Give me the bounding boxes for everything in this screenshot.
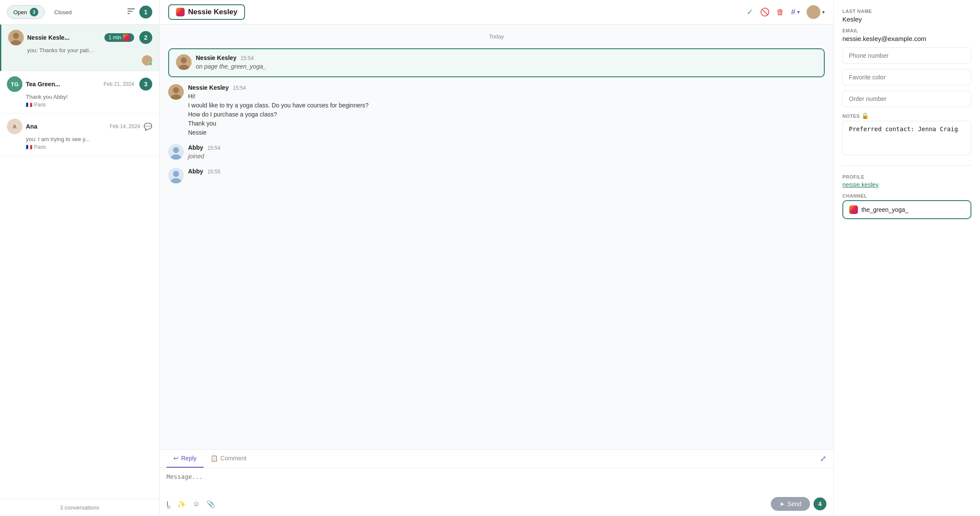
msg-sender-nessie-2: Nessie Kesley — [188, 84, 229, 91]
notes-field: NOTES 🔒 Preferred contact: Jenna Craig — [842, 112, 971, 157]
step-badge-4: 4 — [814, 497, 826, 510]
conv-time-ana: Feb 14, 2024 — [110, 123, 140, 129]
conv-time-tea: Feb 21, 2024 — [104, 81, 134, 87]
svg-point-16 — [173, 171, 179, 177]
date-divider: Today — [168, 31, 825, 41]
color-field-wrap — [842, 69, 971, 85]
step-badge-3: 3 — [139, 78, 152, 91]
channel-field: CHANNEL the_green_yoga_ — [842, 193, 971, 219]
msg-content-abby-1: Abby 15:54 joined — [188, 144, 825, 161]
svg-point-4 — [13, 33, 19, 39]
sort-icon[interactable] — [126, 6, 136, 18]
msg-subtext: on page the_green_yoga_ — [196, 62, 817, 71]
instagram-icon-channel — [849, 205, 858, 214]
msg-avatar-nessie-2 — [168, 84, 184, 100]
channel-name: the_green_yoga_ — [861, 206, 908, 213]
order-field-wrap — [842, 91, 971, 107]
email-field: EMAIL nessie.kesley@example.com — [842, 28, 971, 42]
online-indicator — [149, 62, 152, 66]
msg-content-abby-2: Abby 15:55 — [188, 168, 825, 175]
phone-input[interactable] — [842, 47, 971, 64]
msg-time-abby-2: 15:55 — [207, 169, 220, 175]
conv-location-tea: 🇫🇷 Paris — [7, 102, 152, 108]
msg-row-highlighted: Nessie Kesley 15:54 on page the_green_yo… — [176, 54, 817, 71]
profile-link[interactable]: nessie.kesley — [842, 181, 879, 188]
conversation-list: Nessie Kesle... 1 min 2 you: Thanks for … — [0, 25, 159, 499]
agent-avatar-header-wrap[interactable]: ▾ — [807, 5, 825, 19]
chat-body: Today Nessie Kesley 15:54 on page the_gr… — [160, 25, 833, 449]
magic-icon[interactable]: ✨ — [177, 500, 186, 508]
chat-title: Nessie Kesley — [188, 8, 237, 16]
msg-body-joined: joined — [188, 152, 825, 161]
msg-avatar-abby-1 — [168, 144, 184, 160]
tab-comment[interactable]: 📋 Comment — [204, 450, 254, 468]
reply-input-area — [160, 468, 833, 494]
msg-avatar-abby-2 — [168, 168, 184, 183]
conversation-item-nessie[interactable]: Nessie Kesle... 1 min 2 you: Thanks for … — [0, 25, 159, 71]
tab-open-label: Open — [13, 9, 27, 16]
msg-body-nessie: Hi! I would like to try a yoga class. Do… — [188, 92, 825, 137]
msg-row-abby-joined: Abby 15:54 joined — [168, 144, 825, 161]
msg-time-abby-1: 15:54 — [207, 145, 220, 151]
conv-badge-row: 1 min — [104, 33, 134, 42]
reply-tabs: ↩ Reply 📋 Comment ⤢ — [160, 450, 833, 468]
conv-preview-tea: Thank you Abby! — [7, 94, 152, 100]
conv-name-tea: Tea Green... — [26, 81, 100, 88]
msg-sender-nessie-1: Nessie Kesley — [196, 54, 236, 61]
last-name-value: Kesley — [842, 16, 971, 23]
msg-row-abby-2: Abby 15:55 — [168, 168, 825, 183]
color-input[interactable] — [842, 69, 971, 85]
last-name-label: LAST NAME — [842, 9, 971, 14]
resolve-button[interactable]: ✓ — [747, 7, 753, 17]
msg-avatar-nessie-1 — [176, 54, 192, 70]
open-count-badge: 3 — [30, 8, 38, 16]
sidebar: Open 3 Closed 1 Nessie Kesle... 1 min — [0, 0, 160, 516]
comment-icon: 💬 — [144, 123, 152, 131]
tab-closed[interactable]: Closed — [48, 7, 78, 18]
msg-content-nessie-2: Nessie Kesley 15:54 Hi! I would like to … — [188, 84, 825, 137]
conv-preview-nessie: you: Thanks for your pati... — [8, 47, 152, 53]
format-icon[interactable]: L̲ — [166, 500, 170, 508]
conv-location-ana: 🇫🇷 Paris — [7, 144, 152, 150]
sidebar-footer: 3 conversations — [0, 499, 159, 516]
block-button[interactable]: 🚫 — [760, 7, 770, 17]
emoji-icon[interactable]: ☺ — [193, 500, 200, 508]
attach-icon[interactable]: 📎 — [207, 500, 215, 508]
notes-textarea[interactable]: Preferred contact: Jenna Craig — [842, 121, 971, 155]
conversation-item-ana[interactable]: A Ana Feb 14, 2024 💬 you: I am trying to… — [0, 113, 159, 156]
avatar-nessie — [8, 30, 24, 45]
avatar-ana: A — [7, 119, 22, 134]
expand-button[interactable]: ⤢ — [820, 454, 826, 463]
avatar-tea: TG — [7, 76, 22, 92]
profile-label: PROFILE — [842, 174, 971, 179]
send-button[interactable]: ➤ Send — [771, 497, 810, 511]
header-actions: ✓ 🚫 🗑 # ▾ ▾ — [747, 5, 825, 19]
msg-sender-abby-1: Abby — [188, 144, 203, 151]
conv-preview-ana: you: I am trying to see y... — [7, 136, 152, 142]
delete-button[interactable]: 🗑 — [776, 8, 784, 17]
step-badge-2: 2 — [139, 31, 152, 44]
right-panel: LAST NAME Kesley EMAIL nessie.kesley@exa… — [833, 0, 980, 516]
divider — [842, 165, 971, 166]
profile-field: PROFILE nessie.kesley — [842, 174, 971, 188]
chat-header: Nessie Kesley ✓ 🚫 🗑 # ▾ ▾ — [160, 0, 833, 25]
svg-point-10 — [173, 87, 179, 93]
channel-box: the_green_yoga_ — [842, 200, 971, 219]
tab-reply[interactable]: ↩ Reply — [166, 450, 204, 468]
order-input[interactable] — [842, 91, 971, 107]
svg-point-7 — [181, 57, 187, 63]
lock-icon: 🔒 — [861, 112, 869, 119]
instagram-icon-small — [123, 34, 130, 41]
msg-content-highlighted: Nessie Kesley 15:54 on page the_green_yo… — [196, 54, 817, 71]
tag-button[interactable]: # ▾ — [791, 8, 800, 17]
instagram-icon-header — [176, 8, 185, 16]
sidebar-header: Open 3 Closed 1 — [0, 0, 159, 25]
tab-open[interactable]: Open 3 — [7, 5, 45, 19]
main-chat: Nessie Kesley ✓ 🚫 🗑 # ▾ ▾ Today — [160, 0, 833, 516]
agent-avatar-nessie — [142, 55, 152, 66]
conversation-item-tea[interactable]: TG Tea Green... Feb 21, 2024 3 Thank you… — [0, 71, 159, 113]
last-name-field: LAST NAME Kesley — [842, 9, 971, 23]
time-badge-nessie: 1 min — [104, 33, 134, 42]
conv-name-ana: Ana — [26, 123, 106, 130]
message-input[interactable] — [166, 473, 826, 491]
